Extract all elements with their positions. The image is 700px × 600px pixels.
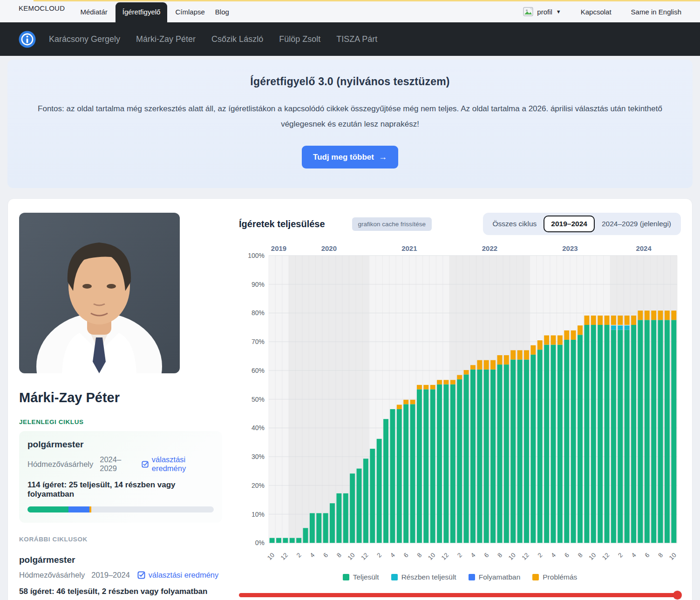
legend-item-teljesult: Teljesült	[343, 573, 379, 581]
legend-swatch-reszben-teljesult	[391, 574, 398, 580]
current-years: 2024–2029	[100, 455, 134, 473]
chart-header: Ígéretek teljesülése grafikon cache fris…	[239, 213, 681, 235]
time-slider-thumb[interactable]	[673, 591, 682, 600]
svg-text:10: 10	[347, 552, 356, 561]
svg-text:6: 6	[563, 552, 571, 559]
legend-swatch-problemas	[532, 574, 539, 580]
topnav-items: MédiatárÍgéretfigyelőCímlapseBlog	[75, 0, 234, 22]
politician-link-fulop-zsolt[interactable]: Fülöp Zsolt	[279, 34, 320, 44]
svg-text:12: 12	[279, 552, 289, 561]
legend-swatch-teljesult	[343, 574, 349, 580]
svg-text:4: 4	[630, 552, 638, 559]
svg-text:10: 10	[266, 552, 276, 561]
current-term-line: Hódmezővásárhely 2024–2029 választási er…	[27, 455, 214, 473]
svg-text:2: 2	[295, 552, 303, 559]
chevron-down-icon: ▼	[556, 9, 561, 14]
svg-text:4: 4	[469, 552, 477, 559]
svg-text:70%: 70%	[251, 338, 265, 345]
current-progress-bar	[27, 506, 214, 512]
svg-text:100%: 100%	[248, 252, 265, 259]
progress-segment-problemas	[89, 506, 91, 512]
brand-kemocloud[interactable]: KEMOCLOUD	[19, 4, 65, 19]
svg-text:30%: 30%	[251, 453, 265, 460]
top-accent-strip	[34, 0, 700, 1]
politician-links: Karácsony GergelyMárki-Zay PéterCsőzik L…	[49, 34, 377, 44]
cycle-tab-group: Összes ciklus2019–20242024–2029 (jelenle…	[483, 213, 681, 235]
svg-text:6: 6	[483, 552, 490, 559]
topnav-left: KEMOCLOUD MédiatárÍgéretfigyelőCímlapseB…	[19, 0, 234, 22]
current-role: polgármester	[27, 439, 214, 450]
svg-text:8: 8	[335, 552, 343, 559]
arrow-right-icon: →	[379, 152, 387, 162]
time-slider[interactable]	[239, 591, 681, 599]
svg-text:4: 4	[389, 552, 396, 559]
politician-link-karacsony-gergely[interactable]: Karácsony Gergely	[49, 34, 120, 44]
current-election-link[interactable]: választási eredmény	[142, 455, 214, 473]
svg-text:50%: 50%	[251, 396, 265, 403]
hero-banner: Ígéretfigyelő 3.0 (nyilvános tesztüzem) …	[7, 60, 693, 188]
politician-link-tisza-part[interactable]: TISZA Párt	[336, 34, 377, 44]
politician-link-csozik-laszlo[interactable]: Csőzik László	[211, 34, 263, 44]
svg-text:12: 12	[360, 552, 369, 561]
topnav-item-mediatar[interactable]: Médiatár	[75, 8, 112, 22]
svg-text:10: 10	[507, 552, 517, 561]
svg-text:8: 8	[416, 552, 423, 559]
legend-item-folyamatban: Folyamatban	[469, 573, 521, 581]
svg-text:10: 10	[587, 552, 597, 561]
previous-election-link[interactable]: választási eredmény	[137, 571, 218, 580]
svg-text:2: 2	[617, 552, 624, 559]
svg-text:8: 8	[577, 552, 584, 559]
chart-legend: TeljesültRészben teljesültFolyamatbanPro…	[239, 573, 681, 581]
svg-text:2022: 2022	[482, 244, 497, 252]
svg-text:12: 12	[520, 552, 530, 561]
cycle-tab-2024-2029-jelenlegi[interactable]: 2024–2029 (jelenlegi)	[595, 216, 678, 232]
hero-description: Fontos: az oldal tartalma még szerkeszté…	[29, 101, 671, 132]
svg-text:6: 6	[402, 552, 410, 559]
top-navbar: KEMOCLOUD MédiatárÍgéretfigyelőCímlapseB…	[0, 0, 700, 22]
current-cycle-label: JELENLEGI CIKLUS	[19, 418, 222, 425]
info-icon[interactable]	[19, 31, 36, 48]
politician-link-marki-zay-peter[interactable]: Márki-Zay Péter	[136, 34, 196, 44]
time-slider-track[interactable]	[239, 593, 681, 597]
promises-chart: 2019202020212022202320240%10%20%30%40%50…	[239, 243, 681, 571]
topnav-item-igeretfigyelo[interactable]: Ígéretfigyelő	[116, 2, 168, 22]
previous-election-link-label: választási eredmény	[149, 571, 218, 580]
svg-text:10: 10	[668, 552, 678, 561]
current-city: Hódmezővásárhely	[27, 460, 93, 469]
profile-label: profil	[537, 8, 552, 16]
topnav-link-english[interactable]: Same in English	[631, 8, 681, 16]
previous-term-card: polgármester Hódmezővásárhely 2019–2024 …	[19, 548, 222, 600]
legend-item-reszben-teljesult: Részben teljesült	[391, 573, 456, 581]
svg-text:12: 12	[440, 552, 450, 561]
cycle-tab-2019-2024[interactable]: 2019–2024	[544, 216, 595, 232]
svg-text:8: 8	[657, 552, 664, 559]
chart-svg: 2019202020212022202320240%10%20%30%40%50…	[239, 243, 681, 571]
learn-more-button[interactable]: Tudj meg többet →	[302, 146, 398, 169]
svg-text:2: 2	[456, 552, 463, 559]
svg-text:10%: 10%	[251, 511, 265, 518]
progress-segment-teljesult	[27, 506, 68, 512]
svg-text:2: 2	[536, 552, 544, 559]
chart-panel: Ígéretek teljesülése grafikon cache fris…	[239, 213, 681, 600]
topnav-link-kapcsolat[interactable]: Kapcsolat	[581, 8, 612, 16]
legend-label: Problémás	[543, 573, 577, 581]
chart-title: Ígéretek teljesülése	[239, 219, 325, 229]
svg-text:60%: 60%	[251, 367, 265, 374]
svg-text:2019: 2019	[271, 244, 286, 252]
previous-years: 2019–2024	[91, 571, 130, 580]
hero-title: Ígéretfigyelő 3.0 (nyilvános tesztüzem)	[29, 75, 671, 88]
svg-text:2023: 2023	[562, 244, 578, 252]
politician-photo	[19, 213, 180, 373]
legend-swatch-folyamatban	[469, 574, 475, 580]
topnav-item-blog[interactable]: Blog	[210, 8, 234, 22]
main-content-card: Márki-Zay Péter JELENLEGI CIKLUS polgárm…	[7, 198, 693, 600]
checkbox-check-icon	[137, 571, 145, 579]
politicians-navbar: Karácsony GergelyMárki-Zay PéterCsőzik L…	[0, 22, 700, 56]
profile-menu[interactable]: profil ▼	[523, 7, 561, 17]
legend-label: Teljesült	[353, 573, 379, 581]
cycle-tab-osszes-ciklus[interactable]: Összes ciklus	[486, 216, 544, 232]
previous-role: polgármester	[19, 555, 222, 565]
previous-cycles-label: KORÁBBI CIKLUSOK	[19, 536, 222, 543]
refresh-cache-button[interactable]: grafikon cache frissítése	[352, 217, 432, 231]
topnav-item-cimlapse[interactable]: Címlapse	[170, 8, 210, 22]
